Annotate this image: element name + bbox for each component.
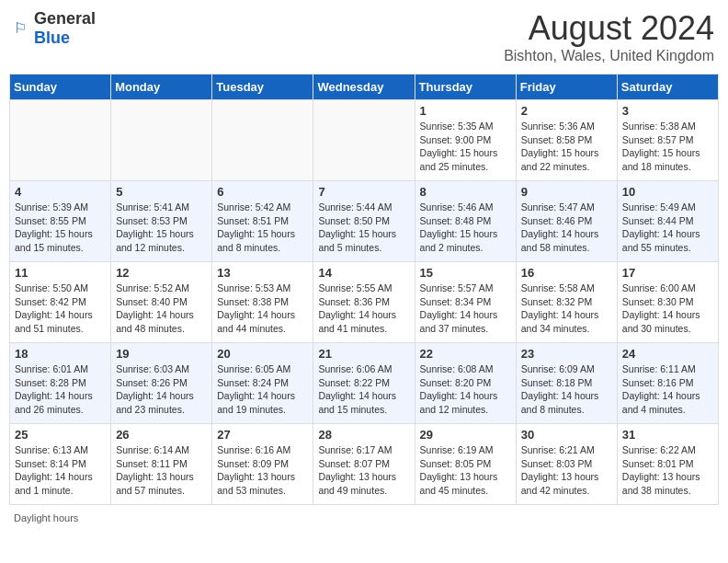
- col-header-tuesday: Tuesday: [212, 75, 313, 100]
- calendar-cell: 7Sunrise: 5:44 AM Sunset: 8:50 PM Daylig…: [313, 181, 415, 262]
- day-number: 6: [217, 185, 308, 199]
- day-number: 29: [420, 428, 511, 442]
- day-content: Sunrise: 5:49 AM Sunset: 8:44 PM Dayligh…: [622, 201, 713, 255]
- day-number: 9: [521, 185, 612, 199]
- day-number: 3: [622, 104, 713, 118]
- calendar-cell: 18Sunrise: 6:01 AM Sunset: 8:28 PM Dayli…: [10, 343, 111, 424]
- day-content: Sunrise: 6:21 AM Sunset: 8:03 PM Dayligh…: [521, 443, 612, 498]
- footer: Daylight hours: [9, 512, 719, 523]
- day-number: 4: [15, 185, 106, 199]
- day-number: 28: [318, 428, 409, 442]
- day-number: 25: [15, 428, 106, 442]
- day-number: 26: [116, 428, 207, 442]
- logo-general-text: General: [34, 9, 96, 28]
- calendar-cell: 27Sunrise: 6:16 AM Sunset: 8:09 PM Dayli…: [212, 424, 313, 505]
- calendar-cell: 9Sunrise: 5:47 AM Sunset: 8:46 PM Daylig…: [516, 181, 617, 262]
- daylight-label: Daylight hours: [14, 512, 78, 523]
- calendar-cell: 15Sunrise: 5:57 AM Sunset: 8:34 PM Dayli…: [415, 262, 516, 343]
- day-content: Sunrise: 6:09 AM Sunset: 8:18 PM Dayligh…: [521, 362, 612, 417]
- day-number: 5: [116, 185, 207, 199]
- calendar-cell: 12Sunrise: 5:52 AM Sunset: 8:40 PM Dayli…: [111, 262, 212, 343]
- calendar-cell: 22Sunrise: 6:08 AM Sunset: 8:20 PM Dayli…: [415, 343, 516, 424]
- calendar-cell: [10, 100, 111, 181]
- col-header-monday: Monday: [111, 75, 212, 100]
- day-content: Sunrise: 5:58 AM Sunset: 8:32 PM Dayligh…: [521, 282, 612, 336]
- calendar-cell: 3Sunrise: 5:38 AM Sunset: 8:57 PM Daylig…: [617, 100, 718, 181]
- day-number: 30: [521, 428, 612, 442]
- day-content: Sunrise: 5:44 AM Sunset: 8:50 PM Dayligh…: [318, 201, 409, 255]
- day-content: Sunrise: 6:05 AM Sunset: 8:24 PM Dayligh…: [217, 362, 308, 417]
- day-content: Sunrise: 5:36 AM Sunset: 8:58 PM Dayligh…: [521, 120, 612, 174]
- calendar-cell: 21Sunrise: 6:06 AM Sunset: 8:22 PM Dayli…: [313, 343, 415, 424]
- day-number: 2: [521, 104, 612, 118]
- calendar-cell: 16Sunrise: 5:58 AM Sunset: 8:32 PM Dayli…: [516, 262, 617, 343]
- calendar-cell: 2Sunrise: 5:36 AM Sunset: 8:58 PM Daylig…: [516, 100, 617, 181]
- calendar-table: SundayMondayTuesdayWednesdayThursdayFrid…: [9, 74, 719, 505]
- day-content: Sunrise: 5:38 AM Sunset: 8:57 PM Dayligh…: [622, 120, 713, 174]
- day-number: 11: [15, 266, 106, 280]
- day-content: Sunrise: 6:03 AM Sunset: 8:26 PM Dayligh…: [116, 362, 207, 417]
- calendar-cell: 6Sunrise: 5:42 AM Sunset: 8:51 PM Daylig…: [212, 181, 313, 262]
- col-header-thursday: Thursday: [415, 75, 516, 100]
- calendar-cell: 24Sunrise: 6:11 AM Sunset: 8:16 PM Dayli…: [617, 343, 718, 424]
- day-number: 21: [318, 347, 409, 361]
- calendar-cell: 23Sunrise: 6:09 AM Sunset: 8:18 PM Dayli…: [516, 343, 617, 424]
- day-content: Sunrise: 6:16 AM Sunset: 8:09 PM Dayligh…: [217, 443, 308, 498]
- calendar-cell: 28Sunrise: 6:17 AM Sunset: 8:07 PM Dayli…: [313, 424, 415, 505]
- day-content: Sunrise: 5:47 AM Sunset: 8:46 PM Dayligh…: [521, 201, 612, 255]
- calendar-cell: 25Sunrise: 6:13 AM Sunset: 8:14 PM Dayli…: [10, 424, 111, 505]
- day-content: Sunrise: 6:19 AM Sunset: 8:05 PM Dayligh…: [420, 443, 511, 498]
- day-content: Sunrise: 6:14 AM Sunset: 8:11 PM Dayligh…: [116, 443, 207, 498]
- col-header-wednesday: Wednesday: [313, 75, 415, 100]
- day-number: 8: [420, 185, 511, 199]
- day-number: 1: [420, 104, 511, 118]
- calendar-cell: 1Sunrise: 5:35 AM Sunset: 9:00 PM Daylig…: [415, 100, 516, 181]
- col-header-friday: Friday: [516, 75, 617, 100]
- calendar-cell: 17Sunrise: 6:00 AM Sunset: 8:30 PM Dayli…: [617, 262, 718, 343]
- svg-text:⚐: ⚐: [14, 20, 27, 36]
- day-number: 22: [420, 347, 511, 361]
- calendar-cell: 30Sunrise: 6:21 AM Sunset: 8:03 PM Dayli…: [516, 424, 617, 505]
- calendar-cell: 14Sunrise: 5:55 AM Sunset: 8:36 PM Dayli…: [313, 262, 415, 343]
- day-number: 23: [521, 347, 612, 361]
- day-content: Sunrise: 5:52 AM Sunset: 8:40 PM Dayligh…: [116, 282, 207, 336]
- day-content: Sunrise: 5:53 AM Sunset: 8:38 PM Dayligh…: [217, 282, 308, 336]
- day-content: Sunrise: 6:11 AM Sunset: 8:16 PM Dayligh…: [622, 362, 713, 417]
- day-content: Sunrise: 6:01 AM Sunset: 8:28 PM Dayligh…: [15, 362, 106, 417]
- day-content: Sunrise: 5:57 AM Sunset: 8:34 PM Dayligh…: [420, 282, 511, 336]
- calendar-cell: 20Sunrise: 6:05 AM Sunset: 8:24 PM Dayli…: [212, 343, 313, 424]
- logo-blue-text: Blue: [34, 29, 70, 47]
- calendar-cell: 13Sunrise: 5:53 AM Sunset: 8:38 PM Dayli…: [212, 262, 313, 343]
- calendar-cell: [313, 100, 415, 181]
- month-year-title: August 2024: [504, 9, 714, 48]
- day-content: Sunrise: 6:22 AM Sunset: 8:01 PM Dayligh…: [622, 443, 713, 498]
- day-content: Sunrise: 5:46 AM Sunset: 8:48 PM Dayligh…: [420, 201, 511, 255]
- page-header: ⚐ General Blue August 2024 Bishton, Wale…: [9, 9, 719, 64]
- calendar-cell: [111, 100, 212, 181]
- day-number: 20: [217, 347, 308, 361]
- week-row-4: 18Sunrise: 6:01 AM Sunset: 8:28 PM Dayli…: [10, 343, 719, 424]
- day-number: 15: [420, 266, 511, 280]
- day-number: 24: [622, 347, 713, 361]
- logo-icon: ⚐: [14, 19, 32, 38]
- col-header-saturday: Saturday: [617, 75, 718, 100]
- title-block: August 2024 Bishton, Wales, United Kingd…: [504, 9, 714, 64]
- calendar-cell: 31Sunrise: 6:22 AM Sunset: 8:01 PM Dayli…: [617, 424, 718, 505]
- day-number: 16: [521, 266, 612, 280]
- calendar-cell: 4Sunrise: 5:39 AM Sunset: 8:55 PM Daylig…: [10, 181, 111, 262]
- calendar-cell: 8Sunrise: 5:46 AM Sunset: 8:48 PM Daylig…: [415, 181, 516, 262]
- calendar-cell: 5Sunrise: 5:41 AM Sunset: 8:53 PM Daylig…: [111, 181, 212, 262]
- calendar-cell: 29Sunrise: 6:19 AM Sunset: 8:05 PM Dayli…: [415, 424, 516, 505]
- day-number: 27: [217, 428, 308, 442]
- day-content: Sunrise: 5:39 AM Sunset: 8:55 PM Dayligh…: [15, 201, 106, 255]
- day-content: Sunrise: 6:17 AM Sunset: 8:07 PM Dayligh…: [318, 443, 409, 498]
- day-content: Sunrise: 6:08 AM Sunset: 8:20 PM Dayligh…: [420, 362, 511, 417]
- day-headers-row: SundayMondayTuesdayWednesdayThursdayFrid…: [10, 75, 719, 100]
- day-number: 12: [116, 266, 207, 280]
- calendar-cell: 19Sunrise: 6:03 AM Sunset: 8:26 PM Dayli…: [111, 343, 212, 424]
- calendar-cell: 26Sunrise: 6:14 AM Sunset: 8:11 PM Dayli…: [111, 424, 212, 505]
- week-row-3: 11Sunrise: 5:50 AM Sunset: 8:42 PM Dayli…: [10, 262, 719, 343]
- day-content: Sunrise: 5:42 AM Sunset: 8:51 PM Dayligh…: [217, 201, 308, 255]
- location-subtitle: Bishton, Wales, United Kingdom: [504, 48, 714, 64]
- day-content: Sunrise: 6:13 AM Sunset: 8:14 PM Dayligh…: [15, 443, 106, 498]
